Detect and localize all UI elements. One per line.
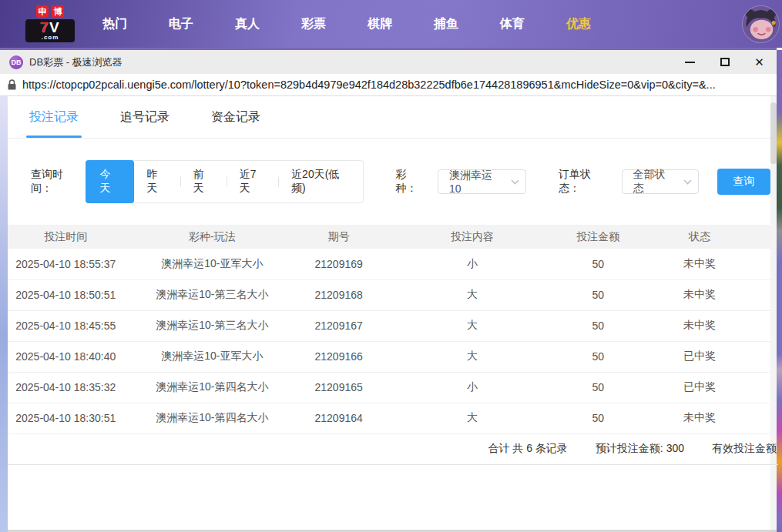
cell-bet-content: 大 [377, 341, 568, 372]
cell-issue: 21209165 [300, 372, 377, 403]
close-icon: ✕ [754, 56, 764, 68]
time-range-option[interactable]: 昨天 [134, 161, 180, 202]
table-row: 2025-04-10 18:50:51 澳洲幸运10-第三名大小 2120916… [8, 279, 770, 310]
order-status-value: 全部状态 [633, 168, 674, 196]
cell-bet-content: 小 [377, 249, 568, 279]
time-filter-label: 查询时间： [31, 168, 82, 196]
site-menu: 热门 电子 真人 彩票 棋牌 捕鱼 体育 优惠 [92, 0, 622, 48]
nav-item[interactable]: 优惠 [555, 0, 602, 48]
background-page-left-edge [0, 96, 8, 532]
cell-bet-amount: 50 [568, 403, 629, 433]
logo-v: V [49, 19, 60, 35]
table-row: 2025-04-10 18:45:55 澳洲幸运10-第三名大小 2120916… [8, 310, 770, 341]
cell-status: 未中奖 [629, 249, 770, 279]
scrollbar-thumb[interactable] [770, 102, 777, 164]
table-header: 投注时间 彩种-玩法 期号 投注内容 投注金额 状态 [8, 225, 770, 249]
lock-icon [8, 79, 16, 90]
avatar-illustration [743, 6, 779, 42]
cell-game-play: 澳洲幸运10-第四名大小 [123, 372, 300, 403]
tab[interactable]: 资金记录 [211, 96, 260, 138]
lottery-select[interactable]: 澳洲幸运10 [438, 169, 526, 194]
chevron-down-icon [511, 179, 519, 185]
close-button[interactable]: ✕ [742, 50, 777, 74]
cell-status: 已中奖 [629, 372, 770, 403]
header-bet-amount: 投注金额 [568, 225, 629, 249]
cell-bet-time: 2025-04-10 18:30:51 [8, 403, 123, 433]
url-text: https://ctopcp02pcali.uengi5e.com/lotter… [22, 79, 716, 91]
nav-item[interactable]: 彩票 [290, 0, 337, 48]
url-bar[interactable]: https://ctopcp02pcali.uengi5e.com/lotter… [0, 74, 777, 96]
table-summary: 合计 共 6 条记录 预计投注金额: 300 有效投注金额 [8, 434, 778, 465]
nav-item[interactable]: 真人 [224, 0, 270, 48]
cell-status: 已中奖 [629, 341, 770, 372]
filter-bar: 查询时间： 今天 昨天 前天 近7天 近20天(低频) 彩种： 澳洲幸运10 [8, 139, 770, 219]
time-range-option[interactable]: 前天 [180, 161, 227, 202]
tab[interactable]: 追号记录 [120, 96, 169, 138]
cell-bet-time: 2025-04-10 18:40:40 [8, 341, 123, 372]
header-status: 状态 [629, 225, 770, 249]
logo-7: 7 [40, 19, 49, 35]
header-bet-content: 投注内容 [377, 225, 568, 249]
cell-game-play: 澳洲幸运10-第三名大小 [123, 279, 300, 310]
search-button[interactable]: 查询 [717, 169, 770, 195]
cell-bet-amount: 50 [568, 372, 629, 403]
cell-game-play: 澳洲幸运10-亚军大小 [123, 341, 300, 372]
maximize-icon [720, 58, 730, 66]
bet-records-table: 投注时间 彩种-玩法 期号 投注内容 投注金额 状态 2025-04-10 18… [8, 225, 770, 434]
time-range-option[interactable]: 近20天(低频) [278, 161, 362, 202]
cell-bet-time: 2025-04-10 18:50:51 [8, 279, 123, 310]
minimize-icon [685, 62, 695, 63]
table-row: 2025-04-10 18:30:51 澳洲幸运10-第四名大小 2120916… [8, 403, 770, 433]
maximize-button[interactable] [707, 50, 742, 74]
time-range-option[interactable]: 今天 [86, 160, 133, 203]
cell-bet-amount: 50 [568, 341, 629, 372]
cell-issue: 21209166 [300, 341, 377, 372]
cell-bet-content: 大 [377, 279, 568, 310]
browser-titlebar: DB DB彩票 - 极速浏览器 ✕ [0, 48, 777, 74]
nav-item[interactable]: 棋牌 [357, 0, 403, 48]
nav-item[interactable]: 捕鱼 [423, 0, 469, 48]
header-bet-time: 投注时间 [8, 225, 123, 249]
window-controls: ✕ [673, 50, 777, 74]
summary-expected-amount: 预计投注金额: 300 [596, 442, 684, 456]
time-range-group: 今天 昨天 前天 近7天 近20天(低频) [86, 160, 363, 203]
header-game-play: 彩种-玩法 [123, 225, 300, 249]
order-status-select[interactable]: 全部状态 [622, 169, 699, 194]
user-avatar[interactable] [743, 6, 779, 42]
cell-issue: 21209168 [300, 279, 377, 310]
lottery-select-value: 澳洲幸运10 [449, 169, 502, 195]
browser-app-icon: DB [9, 55, 23, 69]
cell-status: 未中奖 [629, 279, 770, 310]
minimize-button[interactable] [673, 50, 707, 74]
cell-bet-time: 2025-04-10 18:45:55 [8, 310, 123, 341]
logo-main: 7V .com [25, 19, 75, 42]
nav-item[interactable]: 电子 [158, 0, 204, 48]
cell-status: 未中奖 [629, 403, 770, 433]
cell-bet-amount: 50 [568, 310, 629, 341]
header-issue: 期号 [300, 225, 377, 249]
records-page: 投注记录 追号记录 资金记录 查询时间： 今天 昨天 前天 近7天 近20天(低… [8, 96, 770, 530]
cell-bet-amount: 50 [568, 249, 629, 279]
nav-item[interactable]: 热门 [92, 0, 138, 48]
table-row: 2025-04-10 18:55:37 澳洲幸运10-亚军大小 21209169… [8, 249, 770, 279]
logo-com: .com [29, 35, 72, 41]
table-row: 2025-04-10 18:40:40 澳洲幸运10-亚军大小 21209166… [8, 341, 770, 372]
record-tabs: 投注记录 追号记录 资金记录 [8, 96, 770, 139]
table-row: 2025-04-10 18:35:32 澳洲幸运10-第四名大小 2120916… [8, 372, 770, 403]
tab[interactable]: 投注记录 [29, 96, 79, 138]
summary-valid-amount: 有效投注金额 [712, 442, 777, 456]
cell-bet-amount: 50 [568, 279, 629, 310]
time-range-option[interactable]: 近7天 [227, 161, 278, 202]
cell-game-play: 澳洲幸运10-亚军大小 [123, 249, 300, 279]
nav-item[interactable]: 体育 [489, 0, 535, 48]
cell-status: 未中奖 [629, 310, 770, 341]
cell-issue: 21209164 [300, 403, 377, 433]
cell-game-play: 澳洲幸运10-第四名大小 [123, 403, 300, 433]
page-scrollbar[interactable] [770, 96, 777, 530]
status-filter-label: 订单状态： [559, 168, 610, 196]
cell-issue: 21209167 [300, 310, 377, 341]
cell-bet-content: 大 [377, 310, 568, 341]
cell-issue: 21209169 [300, 249, 377, 279]
cell-bet-time: 2025-04-10 18:35:32 [8, 372, 123, 403]
site-logo[interactable]: 申 博 7V .com [25, 5, 75, 42]
